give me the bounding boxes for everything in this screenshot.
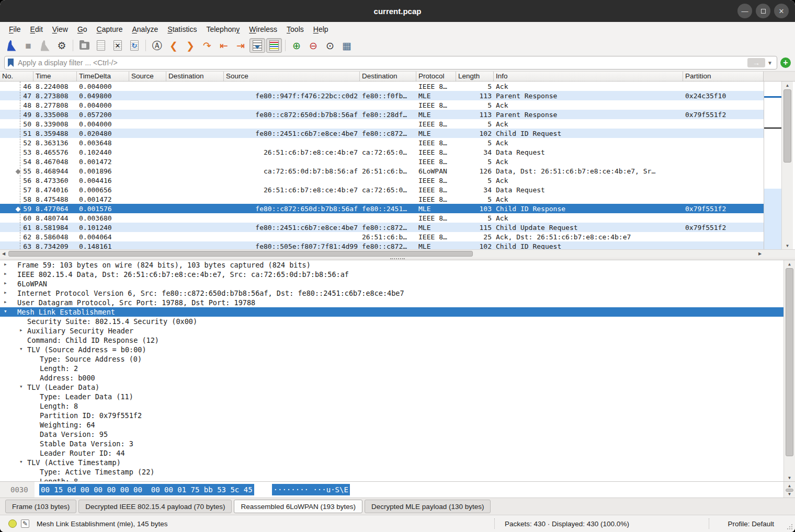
column-header-destination[interactable]: Destination — [360, 72, 416, 81]
column-header-source[interactable]: Source — [129, 72, 166, 81]
menu-help[interactable]: Help — [309, 24, 333, 35]
expand-icon[interactable]: ▸ — [4, 261, 7, 268]
detail-row[interactable]: ▸Frame 59: 103 bytes on wire (824 bits),… — [0, 260, 795, 270]
detail-row[interactable]: ▸User Datagram Protocol, Src Port: 19788… — [0, 298, 795, 307]
menu-go[interactable]: Go — [73, 24, 92, 35]
minimize-icon[interactable]: — — [737, 4, 752, 18]
collapse-icon[interactable]: ▾ — [19, 345, 23, 352]
byte-tab-frame-103-bytes[interactable]: Frame (103 bytes) — [5, 500, 76, 513]
scroll-right-icon[interactable]: ▶ — [756, 250, 764, 258]
apply-filter-icon[interactable]: → — [747, 58, 765, 67]
menu-statistics[interactable]: Statistics — [163, 24, 201, 35]
find-packet-icon[interactable]: Ⓐ — [149, 38, 165, 53]
stop-capture-icon[interactable]: ■ — [20, 38, 36, 53]
detail-row[interactable]: Type: Leader Data (11) — [0, 392, 795, 401]
detail-row[interactable]: ▸IEEE 802.15.4 Data, Dst: 26:51:c6:b7:e8… — [0, 270, 795, 279]
packet-row-57[interactable]: 578.4740160.00065626:51:c6:b7:e8:ce:4b:e… — [0, 185, 764, 194]
zoom-in-icon[interactable]: ⊕ — [289, 38, 304, 53]
auto-scroll-icon[interactable] — [249, 38, 265, 53]
column-header-source[interactable]: Source — [224, 72, 360, 81]
detail-row[interactable]: Type: Source Address (0) — [0, 354, 795, 364]
packet-list-vthumb[interactable] — [783, 89, 791, 163]
detail-row[interactable]: Data Version: 95 — [0, 430, 795, 439]
packet-row-46[interactable]: 468.2240080.004000IEEE 8…5Ack — [0, 82, 764, 91]
colorize-icon[interactable] — [266, 38, 282, 53]
details-vthumb[interactable] — [786, 268, 793, 456]
display-filter-input[interactable] — [17, 58, 747, 67]
detail-row[interactable]: ▸Internet Protocol Version 6, Src: fe80:… — [0, 288, 795, 298]
collapse-icon[interactable]: ▾ — [19, 383, 23, 390]
detail-row[interactable]: Partition ID: 0x79f551f2 — [0, 411, 795, 420]
resize-columns-icon[interactable]: ▦ — [339, 38, 355, 53]
menu-view[interactable]: View — [48, 24, 73, 35]
packet-row-56[interactable]: 568.4733600.004416IEEE 8…5Ack — [0, 176, 764, 185]
column-header-no[interactable]: No. — [0, 72, 33, 81]
packet-row-50[interactable]: 508.3390080.004000IEEE 8…5Ack — [0, 119, 764, 129]
scroll-left-icon[interactable]: ◀ — [0, 250, 7, 258]
open-file-icon[interactable] — [76, 38, 92, 53]
profile-info[interactable]: Profile: Default — [728, 520, 774, 528]
packet-row-58[interactable]: 588.4754880.001472IEEE 8…5Ack — [0, 194, 764, 204]
bytes-vscrollbar[interactable]: ▲ ▼ — [783, 482, 795, 498]
packet-row-63[interactable]: 638.7342090.148161fe80::505e:f807:7f81:4… — [0, 241, 764, 249]
expand-icon[interactable]: ▸ — [4, 270, 7, 277]
close-icon[interactable]: ✕ — [774, 4, 789, 18]
restart-capture-icon[interactable] — [37, 38, 53, 53]
column-header-time[interactable]: Time — [33, 72, 77, 81]
filter-dropdown-icon[interactable]: ▼ — [765, 60, 775, 66]
zoom-out-icon[interactable]: ⊖ — [305, 38, 321, 53]
reload-file-icon[interactable]: ↻ — [127, 38, 142, 53]
packet-row-51[interactable]: 518.3594880.020480fe80::2451:c6b7:e8ce:4… — [0, 129, 764, 138]
detail-row[interactable]: ▾Mesh Link Establishment — [0, 307, 795, 317]
detail-row[interactable]: ▾TLV (Source Address = b0:00) — [0, 345, 795, 354]
packet-row-59[interactable]: 598.4770640.001576fe80::c872:650d:b7b8:5… — [0, 204, 764, 213]
detail-row[interactable]: Leader Router ID: 44 — [0, 448, 795, 458]
intelligent-scrollbar-minimap[interactable] — [764, 82, 781, 249]
detail-row[interactable]: Length: 2 — [0, 364, 795, 373]
detail-row[interactable]: ▸6LoWPAN — [0, 279, 795, 288]
capture-options-icon[interactable]: ⚙ — [54, 38, 70, 53]
expand-icon[interactable]: ▸ — [4, 298, 7, 305]
packet-row-48[interactable]: 488.2778080.004000IEEE 8…5Ack — [0, 100, 764, 110]
scroll-up-icon[interactable]: ▲ — [782, 82, 793, 89]
menu-file[interactable]: File — [4, 24, 26, 35]
column-header-partition[interactable]: Partition — [683, 72, 764, 81]
byte-tab-decrypted-mle-payload-130-bytes[interactable]: Decrypted MLE payload (130 bytes) — [365, 500, 491, 513]
detail-row[interactable]: Length: 8 — [0, 401, 795, 411]
scroll-up-icon[interactable]: ▲ — [784, 482, 795, 489]
expand-icon[interactable]: ▸ — [19, 327, 23, 333]
expand-icon[interactable]: ▸ — [4, 289, 7, 296]
packet-row-53[interactable]: 538.4655760.10244026:51:c6:b7:e8:ce:4b:e… — [0, 147, 764, 157]
detail-row[interactable]: ▸Auxiliary Security Header — [0, 326, 795, 336]
packet-row-49[interactable]: 498.3350080.057200fe80::c872:650d:b7b8:5… — [0, 110, 764, 119]
hex-bytes-selected[interactable]: 00 15 0d 00 00 00 00 00 00 00 01 75 bb 5… — [39, 484, 254, 495]
detail-row[interactable]: Weighting: 64 — [0, 420, 795, 430]
packet-row-61[interactable]: 618.5819840.101240fe80::2451:c6b7:e8ce:4… — [0, 223, 764, 232]
menu-analyze[interactable]: Analyze — [127, 24, 163, 35]
column-header-timedelta[interactable]: TimeDelta — [77, 72, 129, 81]
detail-row[interactable]: Command: Child ID Response (12) — [0, 336, 795, 345]
collapse-icon[interactable]: ▾ — [4, 308, 7, 315]
scroll-down-icon[interactable]: ▼ — [784, 474, 795, 481]
scroll-down-icon[interactable]: ▼ — [784, 490, 795, 498]
menu-edit[interactable]: Edit — [26, 24, 48, 35]
packet-row-47[interactable]: 478.2738080.049800fe80::947f:f476:22bc:c… — [0, 91, 764, 100]
next-packet-icon[interactable]: ❯ — [183, 38, 198, 53]
close-file-icon[interactable]: ✕ — [110, 38, 126, 53]
filter-bookmark-icon[interactable] — [8, 59, 14, 67]
titlebar[interactable]: current.pcap — ✕ — [0, 0, 795, 22]
byte-tab-decrypted-ieee-802-15-4-payload-70-bytes[interactable]: Decrypted IEEE 802.15.4 payload (70 byte… — [78, 500, 232, 513]
expert-info-icon[interactable] — [8, 519, 17, 528]
expand-icon[interactable]: ▸ — [4, 280, 7, 286]
resize-grip[interactable] — [787, 524, 793, 530]
first-packet-icon[interactable]: ⇤ — [216, 38, 232, 53]
packet-row-62[interactable]: 628.5860480.00406426:51:c6:b…IEEE 8…25Ac… — [0, 232, 764, 241]
add-filter-button-icon[interactable]: + — [780, 57, 791, 68]
last-packet-icon[interactable]: ⇥ — [233, 38, 248, 53]
packet-row-60[interactable]: 608.4807440.003680IEEE 8…5Ack — [0, 213, 764, 223]
packet-row-55[interactable]: 558.4689440.001896ca:72:65:0d:b7:b8:56:a… — [0, 166, 764, 176]
menu-telephony[interactable]: Telephony — [201, 24, 244, 35]
go-to-packet-icon[interactable]: ↷ — [199, 38, 215, 53]
column-header-length[interactable]: Length — [456, 72, 494, 81]
detail-row[interactable]: ▾TLV (Active Timestamp) — [0, 458, 795, 467]
